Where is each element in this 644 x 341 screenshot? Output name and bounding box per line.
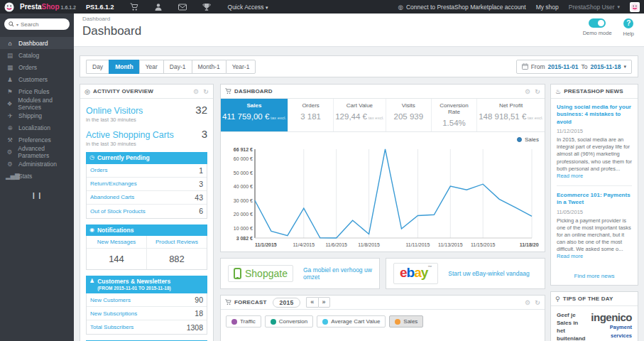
sales-legend-dot-icon <box>517 137 522 142</box>
employee-icon[interactable] <box>154 3 163 11</box>
article-title-link[interactable]: Using social media for your business: 4 … <box>557 104 632 126</box>
notification-label-link[interactable]: Product Reviews <box>147 236 207 249</box>
customers-newsletters-header: ♟ Customers & Newsletters(FROM 2015-11-0… <box>86 276 207 293</box>
customers-row[interactable]: New Subscriptions18 <box>87 307 207 320</box>
ebay-banner[interactable]: ebay™ Start uw eBay-winkel vandaag <box>386 258 545 289</box>
range-button-day[interactable]: Day <box>86 60 109 74</box>
sidebar-search[interactable]: ▾ <box>4 18 70 30</box>
cart-icon[interactable] <box>130 3 138 11</box>
online-visitors-link[interactable]: Online Visitors <box>86 106 143 116</box>
shopgate-banner[interactable]: Shopgate Ga mobiel en verhoog uw omzet <box>220 258 380 289</box>
kpi-tile-conversion-rate[interactable]: Conversion Rate1.54% <box>432 99 477 131</box>
marketplace-link[interactable]: ◎Connect to PrestaShop Marketplace accou… <box>398 4 526 11</box>
kpi-tile-cart-value[interactable]: Cart Value129,44 € tax excl. <box>334 99 386 131</box>
messages-icon[interactable] <box>178 3 187 11</box>
range-button-month-1[interactable]: Month-1 <box>192 60 226 74</box>
trophy-icon[interactable] <box>202 3 211 11</box>
notification-label-link[interactable]: New Messages <box>87 236 146 249</box>
pending-row[interactable]: Return/Exchanges3 <box>87 178 207 191</box>
customers-row[interactable]: Total Subscribers1308 <box>87 320 207 334</box>
customers-value: 18 <box>195 309 203 318</box>
toggle-on-icon[interactable] <box>589 18 606 28</box>
my-shop-link[interactable]: My shop <box>536 4 559 11</box>
user-menu[interactable]: PrestaShop User ▾ <box>569 4 620 11</box>
article-title-link[interactable]: Ecommerce 101: Payments in a Tweet <box>557 192 632 207</box>
customers-label[interactable]: New Customers <box>90 297 131 303</box>
svg-text:11/8/2015: 11/8/2015 <box>358 242 380 247</box>
forecast-legend-traffic[interactable]: Traffic <box>226 315 261 328</box>
forecast-year[interactable]: 2015 <box>273 298 301 308</box>
sidebar-item-preferences[interactable]: ⚒Preferences <box>0 134 74 146</box>
article-excerpt: In 2015, social media are an integral pa… <box>557 136 632 180</box>
panel-refresh-icon[interactable]: ↻ <box>535 299 540 306</box>
search-icon <box>9 21 14 27</box>
help-button[interactable]: ? Help <box>623 18 634 37</box>
chart-legend[interactable]: Sales <box>227 135 539 144</box>
read-more-link[interactable]: Read more <box>557 173 583 179</box>
trademark-symbol: ™ <box>427 265 432 269</box>
sidebar-item-localization[interactable]: ⊕Localization <box>0 121 74 134</box>
pending-label[interactable]: Abandoned Carts <box>90 194 134 200</box>
sidebar-item-dashboard[interactable]: ⌂Dashboard <box>0 37 74 49</box>
sidebar-item-label: Shipping <box>18 112 42 119</box>
date-range-button[interactable]: From 2015-11-01 To 2015-11-18 ▾ <box>516 60 632 74</box>
sidebar: ▾ ⌂Dashboard▤Catalog▦Orders♟Customers⚑Pr… <box>0 13 74 341</box>
range-button-year[interactable]: Year <box>139 60 163 74</box>
demo-mode-toggle[interactable]: Demo mode <box>583 18 612 37</box>
activity-overview-icon: ◎ <box>84 88 90 95</box>
pending-row[interactable]: Abandoned Carts43 <box>87 191 207 205</box>
quick-access-menu[interactable]: Quick Access ▾ <box>228 4 268 11</box>
sidebar-item-administration[interactable]: ⚙Administration <box>0 158 74 170</box>
user-avatar[interactable] <box>630 2 640 12</box>
sidebar-item-price-rules[interactable]: ⚑Price Rules <box>0 85 74 97</box>
pending-row[interactable]: Orders1 <box>87 164 207 178</box>
find-more-news-link[interactable]: Find more news <box>551 269 638 285</box>
read-more-link[interactable]: Read more <box>557 253 583 259</box>
panel-refresh-icon[interactable]: ↻ <box>203 88 209 95</box>
panel-settings-icon[interactable]: ⚙ <box>193 88 199 95</box>
sidebar-item-catalog[interactable]: ▤Catalog <box>0 49 74 61</box>
sidebar-item-stats[interactable]: ▂▅▇Stats <box>0 170 74 182</box>
forecast-legend-sales[interactable]: Sales <box>389 315 423 328</box>
svg-text:11/1/2015: 11/1/2015 <box>255 242 277 247</box>
active-carts-link[interactable]: Active Shopping Carts <box>86 130 174 140</box>
sidebar-item-modules-and-services[interactable]: ❖Modules and Services <box>0 97 74 109</box>
sidebar-item-label: Price Rules <box>18 88 49 95</box>
pending-row[interactable]: Out of Stock Products6 <box>87 205 207 218</box>
pending-label[interactable]: Out of Stock Products <box>90 208 146 215</box>
kpi-tile-net-profit[interactable]: Net Profit148 918,51 € tax excl. <box>477 99 545 131</box>
sidebar-item-advanced-parameters[interactable]: ⚙Advanced Parameters <box>0 146 74 158</box>
sidebar-menu: ⌂Dashboard▤Catalog▦Orders♟Customers⚑Pric… <box>0 37 74 182</box>
forecast-legend-conversion[interactable]: Conversion <box>265 315 313 328</box>
pending-label[interactable]: Return/Exchanges <box>90 180 137 187</box>
caret-down-icon: ▾ <box>623 64 626 70</box>
range-button-month[interactable]: Month <box>109 60 139 74</box>
ebay-letter: a <box>414 265 421 280</box>
customers-row[interactable]: New Customers90 <box>87 293 207 307</box>
tips-of-the-day-panel: ⚲ TIPS OF THE DAY Geef je Sales in het b… <box>550 291 638 341</box>
forecast-legend-average-cart-value[interactable]: Average Cart Value <box>317 315 386 328</box>
search-input[interactable] <box>21 21 60 28</box>
panel-settings-icon[interactable]: ⚙ <box>525 299 530 306</box>
prestashop-logo-icon <box>4 2 14 12</box>
range-button-year-1[interactable]: Year-1 <box>226 60 256 74</box>
forecast-next-button[interactable]: » <box>318 297 330 308</box>
panel-refresh-icon[interactable]: ↻ <box>535 88 540 95</box>
pending-label[interactable]: Orders <box>90 167 107 173</box>
kpi-tile-sales[interactable]: Sales411 759,00 € tax excl. <box>221 99 288 131</box>
sidebar-item-orders[interactable]: ▦Orders <box>0 61 74 73</box>
customers-label[interactable]: New Subscriptions <box>90 310 137 317</box>
kpi-tile-visits[interactable]: Visits205 939 <box>386 99 432 131</box>
sidebar-item-customers[interactable]: ♟Customers <box>0 73 74 85</box>
panel-settings-icon[interactable]: ⚙ <box>525 88 530 95</box>
customers-label[interactable]: Total Subscribers <box>90 324 133 330</box>
legend-dot-icon <box>231 319 237 325</box>
ebay-link[interactable]: Start uw eBay-winkel vandaag <box>448 270 529 277</box>
search-scope-caret-icon[interactable]: ▾ <box>16 22 18 27</box>
sidebar-collapse-button[interactable]: ❙❙ <box>0 192 74 199</box>
range-button-day-1[interactable]: Day-1 <box>163 60 192 74</box>
kpi-tile-orders[interactable]: Orders3 181 <box>288 99 334 131</box>
shopgate-link[interactable]: Ga mobiel en verhoog uw omzet <box>303 266 372 281</box>
sidebar-item-shipping[interactable]: ✈Shipping <box>0 109 74 121</box>
forecast-prev-button[interactable]: « <box>306 297 317 308</box>
